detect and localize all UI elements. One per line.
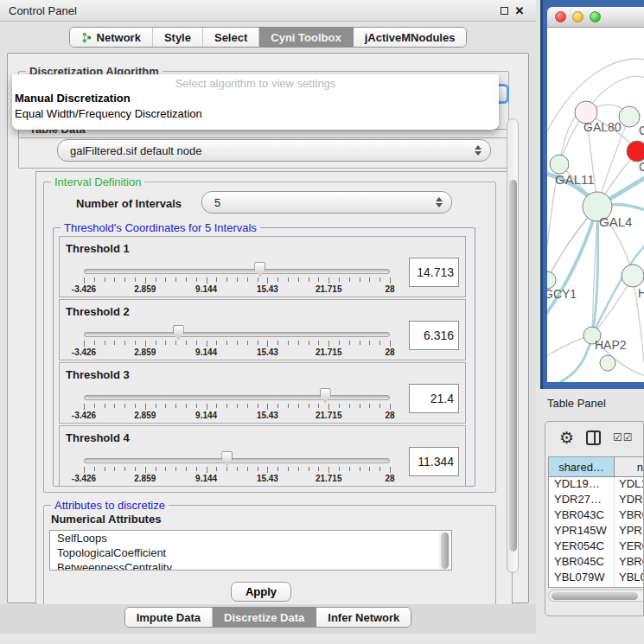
slider-ticks (84, 340, 390, 347)
cell-shared-name[interactable]: YBL079W (549, 571, 615, 586)
settings-vertical-scrollbar[interactable] (507, 118, 519, 573)
threshold-coordinates-title: Threshold's Coordinates for 5 Intervals (61, 221, 260, 234)
threshold-label: Threshold 1 (66, 242, 130, 255)
tab-infer-network[interactable]: Infer Network (316, 608, 411, 627)
network-node-label: HAP2 (595, 338, 627, 352)
cyni-toolbox-panel: Discretization Algorithm Table Data galF… (7, 53, 529, 603)
table-row[interactable]: YBR043CYBR0 (549, 508, 644, 524)
threshold-value-field[interactable]: 21.4 (409, 384, 459, 413)
tab-cyni-toolbox[interactable]: Cyni Toolbox (259, 28, 353, 47)
threshold-panel-1: Threshold 1-3.4262.8599.14415.4321.71528… (59, 236, 466, 297)
cell-shared-name[interactable]: YBR045C (549, 555, 615, 571)
apply-button[interactable]: Apply (231, 582, 291, 602)
cell-name[interactable]: YDL1 (615, 477, 644, 493)
minimize-window-icon[interactable] (572, 11, 583, 22)
network-node[interactable] (619, 106, 640, 127)
slider-thumb[interactable] (221, 451, 233, 466)
numerical-attributes-list[interactable]: SelfLoopsTopologicalCoefficientBetweenne… (49, 530, 452, 571)
tab-style[interactable]: Style (153, 28, 203, 47)
slider-thumb[interactable] (173, 325, 184, 340)
stepper-arrows-icon (474, 145, 481, 156)
threshold-value-field[interactable]: 11.344 (409, 447, 459, 476)
float-window-button[interactable] (496, 3, 512, 18)
close-panel-button[interactable]: ✕ (512, 3, 527, 18)
algorithm-dropdown-hint: Select algorithm to view settings (12, 76, 499, 91)
attribute-list-item[interactable]: BetweennessCentrality (50, 560, 451, 571)
cell-shared-name[interactable]: YBR043C (549, 508, 615, 524)
table-horizontal-scrollbar[interactable] (548, 590, 644, 602)
table-row[interactable]: YER054CYER0 (549, 539, 644, 555)
network-canvas[interactable]: GAL80GACGAL11GAL4GCY1HHAP2 (547, 28, 644, 382)
attributes-list-scrollbar[interactable] (439, 532, 450, 570)
algorithm-option-equal-width[interactable]: Equal Width/Frequency Discretization (12, 106, 499, 122)
cell-shared-name[interactable]: YER054C (549, 539, 615, 555)
table-row[interactable]: YBR045CYBR0 (549, 555, 644, 571)
network-node[interactable] (622, 265, 644, 287)
network-node[interactable] (600, 355, 615, 371)
algorithm-dropdown-popup: Select algorithm to view settings Manual… (12, 74, 499, 130)
number-of-intervals-select[interactable]: 5 (201, 191, 452, 214)
cell-shared-name[interactable]: YLR345W (549, 586, 615, 588)
cell-name[interactable]: YPR1 (615, 524, 644, 539)
tab-label: Discretize Data (224, 611, 304, 624)
tab-jactivemnodules[interactable]: jActiveMNodules (354, 28, 467, 47)
cell-shared-name[interactable]: YDR27… (549, 493, 615, 508)
table-row[interactable]: YBL079WYBL0 (549, 571, 644, 586)
table-header-shared-name[interactable]: shared… (549, 457, 615, 476)
slider-thumb[interactable] (320, 388, 331, 403)
split-columns-icon[interactable] (586, 430, 601, 445)
slider-track[interactable] (84, 332, 390, 337)
settings-vertical-scroll-thumb[interactable] (509, 180, 517, 552)
table-header-row: shared… n (549, 457, 644, 477)
attributes-list-scroll-thumb[interactable] (441, 532, 449, 569)
attribute-list-item[interactable]: TopologicalCoefficient (50, 545, 451, 560)
table-header-name[interactable]: n (615, 457, 644, 476)
cell-name[interactable]: YBR0 (615, 508, 644, 524)
network-node[interactable] (547, 271, 556, 289)
tab-impute-data[interactable]: Impute Data (125, 608, 213, 627)
slider-track[interactable] (84, 458, 390, 463)
tab-discretize-data[interactable]: Discretize Data (213, 608, 316, 627)
attribute-list-item[interactable]: SelfLoops (50, 531, 451, 545)
table-row[interactable]: YDL19…YDL1 (549, 477, 644, 493)
tab-label: Network (97, 31, 141, 44)
slider-tick-labels: -3.4262.8599.14415.4321.71528 (84, 284, 390, 295)
cell-name[interactable]: YLR3 (615, 586, 644, 588)
threshold-value-field[interactable]: 14.713 (409, 258, 459, 287)
table-row[interactable]: YDR27…YDR2 (549, 493, 644, 508)
tab-label: Style (164, 31, 191, 44)
close-window-icon[interactable] (555, 11, 566, 22)
network-node[interactable] (627, 141, 644, 162)
table-data-select[interactable]: galFiltered.sif default node (57, 139, 491, 162)
table-row[interactable]: YPR145WYPR1 (549, 524, 644, 539)
node-table[interactable]: shared… n YDL19…YDL1YDR27…YDR2YBR043CYBR… (548, 456, 644, 588)
tab-select[interactable]: Select (203, 28, 259, 47)
threshold-label: Threshold 4 (66, 431, 130, 444)
cell-name[interactable]: YDR2 (615, 493, 644, 508)
zoom-window-icon[interactable] (590, 11, 601, 22)
control-panel-titlebar: Control Panel ✕ (0, 0, 536, 22)
tab-network[interactable]: Network (70, 28, 153, 47)
algorithm-option-manual[interactable]: Manual Discretization (12, 91, 499, 106)
network-node-label: GCY1 (547, 287, 577, 301)
table-data-group: Table Data galFiltered.sif default node (18, 129, 509, 169)
slider-thumb[interactable] (254, 262, 265, 277)
cell-name[interactable]: YER0 (615, 539, 644, 555)
cell-name[interactable]: YBL0 (615, 571, 644, 586)
slider-track[interactable] (84, 269, 390, 274)
cell-shared-name[interactable]: YPR145W (549, 524, 615, 539)
checkbox-icons[interactable]: ☑☑ (613, 431, 634, 443)
network-node-label: H (638, 286, 644, 300)
cell-name[interactable]: YBR0 (615, 555, 644, 571)
table-row[interactable]: YLR345WYLR3 (549, 586, 644, 588)
network-node-label: GAL11 (555, 172, 595, 187)
gear-icon[interactable]: ⚙ (559, 430, 574, 446)
network-edge-highlighted[interactable] (547, 207, 597, 320)
table-horizontal-scroll-thumb[interactable] (552, 592, 638, 600)
network-edge-highlighted[interactable] (592, 244, 644, 335)
tab-label: Select (214, 31, 247, 44)
network-node[interactable] (550, 155, 569, 174)
threshold-value-field[interactable]: 6.316 (409, 321, 459, 350)
slider-track[interactable] (84, 395, 390, 400)
cell-shared-name[interactable]: YDL19… (549, 477, 615, 493)
